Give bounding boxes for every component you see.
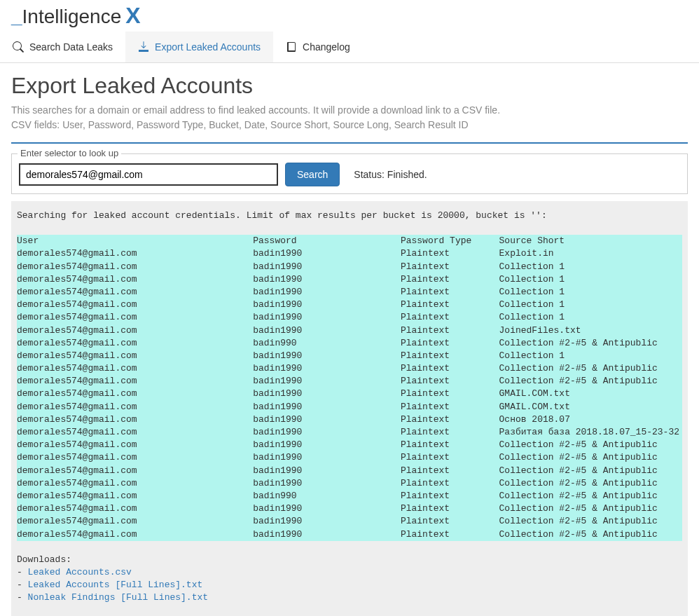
table-row: demorales574@gmail.combadin1990Plaintext… — [17, 350, 682, 362]
selector-input[interactable] — [19, 163, 278, 186]
download-line: - Leaked Accounts [Full Lines].txt — [17, 579, 682, 591]
cell-source: Collection 1 — [499, 286, 682, 299]
cell-password: badin1990 — [253, 477, 401, 490]
cell-user: demorales574@gmail.com — [17, 337, 253, 350]
cell-type: Plaintext — [401, 515, 499, 528]
cell-password: badin1990 — [253, 362, 401, 375]
cell-user: demorales574@gmail.com — [17, 350, 253, 362]
cell-user: demorales574@gmail.com — [17, 413, 253, 426]
table-row: demorales574@gmail.combadin1990Plaintext… — [17, 375, 682, 388]
cell-source: Collection 1 — [499, 261, 682, 273]
cell-user: demorales574@gmail.com — [17, 401, 253, 413]
cell-user: demorales574@gmail.com — [17, 439, 253, 451]
results-message: Searching for leaked account credentials… — [17, 210, 682, 222]
download-line: - Nonleak Findings [Full Lines].txt — [17, 591, 682, 604]
cell-source: GMAIL.COM.txt — [499, 388, 682, 400]
search-button[interactable]: Search — [285, 163, 340, 186]
status-text: Status: Finished. — [354, 169, 427, 180]
search-icon — [13, 41, 24, 53]
download-line: - Leaked Accounts.csv — [17, 566, 682, 579]
cell-type: Plaintext — [401, 465, 499, 477]
cell-user: demorales574@gmail.com — [17, 451, 253, 464]
cell-source: Разбитая база 2018.18.07_15-23-32 — [499, 426, 682, 439]
cell-user: demorales574@gmail.com — [17, 388, 253, 400]
logo[interactable]: _IntelligenceX — [11, 3, 688, 29]
cell-type: Plaintext — [401, 477, 499, 490]
table-row: demorales574@gmail.combadin1990Plaintext… — [17, 311, 682, 324]
cell-user: demorales574@gmail.com — [17, 299, 253, 311]
divider — [11, 142, 688, 144]
cell-type: Plaintext — [401, 502, 499, 515]
search-fieldset: Enter selector to look up Search Status:… — [11, 153, 688, 194]
cell-source: Collection #2-#5 & Antipublic — [499, 375, 682, 388]
cell-type: Plaintext — [401, 286, 499, 299]
cell-password: badin1990 — [253, 350, 401, 362]
cell-type: Plaintext — [401, 413, 499, 426]
book-icon — [286, 41, 297, 53]
cell-type: Plaintext — [401, 388, 499, 400]
table-row: demorales574@gmail.combadin1990Plaintext… — [17, 261, 682, 273]
cell-password: badin1990 — [253, 413, 401, 426]
table-row: demorales574@gmail.combadin1990Plaintext… — [17, 515, 682, 528]
table-row: demorales574@gmail.combadin1990Plaintext… — [17, 324, 682, 337]
table-row: demorales574@gmail.combadin1990Plaintext… — [17, 273, 682, 286]
cell-user: demorales574@gmail.com — [17, 362, 253, 375]
cell-type: Plaintext — [401, 401, 499, 413]
page-subtitle-line1: This searches for a domain or email addr… — [11, 103, 688, 118]
cell-user: demorales574@gmail.com — [17, 273, 253, 286]
cell-password: badin1990 — [253, 465, 401, 477]
cell-source: Collection #2-#5 & Antipublic — [499, 515, 682, 528]
tab-changelog[interactable]: Changelog — [273, 32, 363, 62]
cell-source: Collection #2-#5 & Antipublic — [499, 528, 682, 541]
cell-type: Plaintext — [401, 299, 499, 311]
results-table: User Password Password Type Source Short… — [17, 235, 682, 541]
cell-user: demorales574@gmail.com — [17, 286, 253, 299]
logo-text: Intelligence — [22, 6, 122, 28]
cell-password: badin1990 — [253, 311, 401, 324]
cell-user: demorales574@gmail.com — [17, 465, 253, 477]
tab-label: Search Data Leaks — [29, 41, 113, 53]
cell-source: JoinedFiles.txt — [499, 324, 682, 337]
tab-bar: Search Data Leaks Export Leaked Accounts… — [0, 32, 699, 63]
table-row: demorales574@gmail.combadin1990Plaintext… — [17, 426, 682, 439]
cell-source: GMAIL.COM.txt — [499, 401, 682, 413]
download-link[interactable]: Leaked Accounts.csv — [28, 567, 132, 577]
cell-type: Plaintext — [401, 261, 499, 273]
cell-type: Plaintext — [401, 490, 499, 502]
tab-export-leaked-accounts[interactable]: Export Leaked Accounts — [125, 32, 273, 62]
cell-password: badin1990 — [253, 247, 401, 260]
tab-label: Changelog — [303, 41, 350, 53]
table-row: demorales574@gmail.combadin990PlaintextC… — [17, 337, 682, 350]
download-link[interactable]: Nonleak Findings [Full Lines].txt — [28, 592, 208, 603]
table-row: demorales574@gmail.combadin1990Plaintext… — [17, 299, 682, 311]
cell-password: badin1990 — [253, 388, 401, 400]
cell-user: demorales574@gmail.com — [17, 477, 253, 490]
download-link[interactable]: Leaked Accounts [Full Lines].txt — [28, 580, 203, 590]
cell-user: demorales574@gmail.com — [17, 375, 253, 388]
cell-password: badin1990 — [253, 502, 401, 515]
cell-type: Plaintext — [401, 273, 499, 286]
cell-password: badin990 — [253, 337, 401, 350]
cell-password: badin990 — [253, 490, 401, 502]
tab-label: Export Leaked Accounts — [155, 41, 261, 53]
downloads-label: Downloads: — [17, 554, 682, 566]
cell-source: Collection 1 — [499, 299, 682, 311]
cell-password: badin1990 — [253, 401, 401, 413]
cell-password: badin1990 — [253, 324, 401, 337]
table-row: demorales574@gmail.combadin1990Plaintext… — [17, 362, 682, 375]
downloads-section: Downloads: - Leaked Accounts.csv- Leaked… — [17, 554, 682, 605]
cell-user: demorales574@gmail.com — [17, 261, 253, 273]
page-title: Export Leaked Accounts — [11, 73, 688, 99]
cell-source: Collection #2-#5 & Antipublic — [499, 477, 682, 490]
download-icon — [138, 41, 149, 53]
cell-type: Plaintext — [401, 528, 499, 541]
tab-search-data-leaks[interactable]: Search Data Leaks — [0, 32, 125, 62]
cell-source: Exploit.in — [499, 247, 682, 260]
table-row: demorales574@gmail.combadin1990Plaintext… — [17, 388, 682, 400]
header-type: Password Type — [401, 235, 499, 247]
cell-source: Основ 2018.07 — [499, 413, 682, 426]
cell-source: Collection 1 — [499, 311, 682, 324]
cell-type: Plaintext — [401, 311, 499, 324]
table-row: demorales574@gmail.combadin1990Plaintext… — [17, 286, 682, 299]
table-row: demorales574@gmail.combadin1990Plaintext… — [17, 413, 682, 426]
